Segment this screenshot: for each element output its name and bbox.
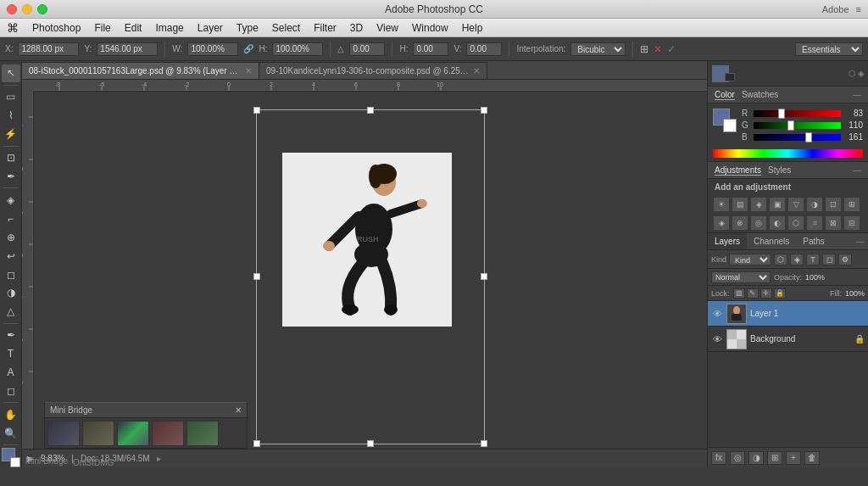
thumb-2[interactable] [82,421,114,446]
layer-filter-adj[interactable]: ◈ [790,254,804,265]
tool-crop[interactable]: ⊡ [2,149,20,167]
adj-invert[interactable]: ◐ [769,215,786,231]
transform-handle-bl[interactable] [253,440,260,447]
layers-kind-select[interactable]: Kind [729,254,771,265]
tool-clone[interactable]: ⊕ [2,228,20,246]
menu-select[interactable]: Select [265,19,307,36]
menu-window[interactable]: Window [405,19,455,36]
tab-document2[interactable]: 09-10KandiceLynn19-306-to-composite.psd … [259,62,487,79]
panel-icon1[interactable]: ⬡ [849,69,856,78]
g-slider[interactable] [754,122,841,129]
new-layer-button[interactable]: + [786,451,801,465]
lock-pixels[interactable]: ✎ [747,288,759,299]
tool-path-select[interactable]: A [2,364,20,382]
b-slider[interactable] [754,134,841,141]
tool-type[interactable]: T [2,345,20,363]
blend-mode-select[interactable]: Normal [711,271,771,283]
tool-hand[interactable]: ✋ [2,405,20,423]
layer1-visibility[interactable]: 👁 [711,308,723,320]
r-thumb[interactable] [778,109,785,119]
fg-bg-colors[interactable] [713,109,737,132]
tool-brush[interactable]: ⌐ [2,209,20,227]
tool-history[interactable]: ↩ [2,247,20,265]
layer-item-background[interactable]: 👁 Background 🔒 [708,327,868,352]
layer-mask-button[interactable]: ◎ [730,451,745,465]
menu-icon[interactable]: ≡ [856,4,861,14]
tab-channels[interactable]: Channels [747,233,796,249]
interpolation-select[interactable]: Bicubic [570,42,626,56]
tool-pen[interactable]: ✒ [2,327,20,344]
delete-layer-button[interactable]: 🗑 [804,451,820,465]
link-icon[interactable]: 🔗 [243,44,253,53]
tab-close1[interactable]: ✕ [245,66,252,75]
adj-exposure[interactable]: ▣ [769,197,786,212]
minimize-button[interactable] [22,4,32,14]
maximize-button[interactable] [37,4,47,14]
background-color-swatch[interactable] [723,119,737,132]
close-button[interactable] [7,4,17,14]
tool-magic-wand[interactable]: ⚡ [2,126,20,143]
tool-eraser[interactable]: ◻ [2,265,20,283]
lock-position[interactable]: ✛ [760,288,772,299]
menu-photoshop[interactable]: Photoshop [25,19,87,36]
status-arrow-right[interactable]: ▸ [157,454,161,463]
tool-healing[interactable]: ◈ [2,191,20,209]
background-visibility[interactable]: 👁 [711,333,723,345]
tool-move[interactable]: ↖ [2,64,20,82]
adj-post[interactable]: ⬡ [787,215,804,231]
menu-3d[interactable]: 3D [343,19,370,36]
transform-handle-tr[interactable] [481,107,487,114]
adj-brightness[interactable]: ☀ [713,197,730,212]
menu-type[interactable]: Type [230,19,265,36]
menu-filter[interactable]: Filter [307,19,343,36]
cancel-icon[interactable]: ✕ [654,43,662,55]
adj-panel-collapse[interactable]: — [853,165,861,175]
tool-lasso[interactable]: ⌇ [2,107,20,125]
h-input[interactable] [272,42,323,56]
x-input[interactable] [18,42,79,56]
thumb-4[interactable] [152,421,184,446]
tool-gradient[interactable]: ◑ [2,284,20,302]
tab-color[interactable]: Color [715,90,735,100]
adj-cl[interactable]: ◎ [750,215,767,231]
warp-icon[interactable]: ⊞ [640,43,648,55]
layer-filter-shape[interactable]: ◻ [822,254,836,265]
tab-document1[interactable]: 08-iStock_000011057163Large.psd @ 9.83% … [22,62,259,79]
lock-all[interactable]: 🔒 [774,288,786,299]
h2-input[interactable] [413,42,448,56]
background-color[interactable] [10,457,20,467]
layer-filter-smart[interactable]: ⚙ [838,254,852,265]
commit-icon[interactable]: ✓ [667,43,676,55]
essentials-dropdown[interactable]: Essentials [795,42,863,56]
menu-image[interactable]: Image [148,19,190,36]
adj-vibrance[interactable]: ▽ [787,197,804,212]
tab-paths[interactable]: Paths [796,233,832,249]
r-slider[interactable] [754,110,841,117]
transform-handle-tc[interactable] [367,107,374,114]
transform-handle-mr[interactable] [481,273,487,280]
transform-handle-ml[interactable] [253,273,260,280]
menu-help[interactable]: Help [455,19,490,36]
tool-eyedropper[interactable]: ✒ [2,168,20,186]
tool-zoom[interactable]: 🔍 [2,424,20,442]
adj-hsl[interactable]: ◑ [806,197,823,212]
menu-file[interactable]: File [87,19,117,36]
transform-handle-br[interactable] [481,440,487,447]
adj-cb[interactable]: ⊡ [825,197,842,212]
thumb-5[interactable] [186,421,219,446]
layers-collapse[interactable]: — [853,237,868,246]
layer-fx-button[interactable]: fx [711,451,726,465]
apple-menu[interactable]: ⌘ [0,19,25,36]
adj-photo[interactable]: ◈ [713,215,730,231]
g-thumb[interactable] [787,120,794,131]
transform-handle-tl[interactable] [253,107,260,114]
tool-shape[interactable]: ◻ [2,383,20,400]
adj-cm[interactable]: ⊗ [732,215,748,231]
color-panel-collapse[interactable]: — [853,90,861,99]
adj-gmap[interactable]: ⊠ [825,215,842,231]
tool-marquee[interactable]: ▭ [2,88,20,106]
panel-icon2[interactable]: ◈ [858,69,865,78]
y-input[interactable] [97,42,158,56]
tool-dodge[interactable]: △ [2,303,20,321]
layer-item-1[interactable]: 👁 Layer 1 [708,301,868,327]
